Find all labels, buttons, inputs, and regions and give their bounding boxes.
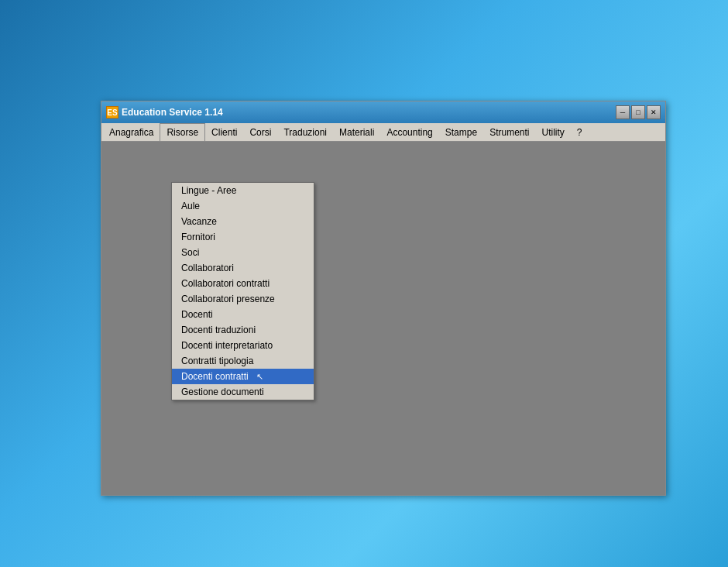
risorse-dropdown: Lingue - Aree Aule Vacanze Fornitori Soc… [171,182,314,400]
menu-anagrafica[interactable]: Anagrafica [103,123,160,141]
title-bar-buttons: ─ □ ✕ [616,105,661,119]
menu-risorse[interactable]: Risorse [160,123,205,141]
desktop: ES Education Service 1.14 ─ □ ✕ Anagrafi… [0,0,728,567]
dropdown-soci[interactable]: Soci [172,245,314,260]
menu-bar: Anagrafica Risorse Clienti Corsi Traduzi… [101,123,665,142]
application-window: ES Education Service 1.14 ─ □ ✕ Anagrafi… [101,101,666,496]
dropdown-lingue-aree[interactable]: Lingue - Aree [172,183,314,198]
dropdown-docenti-contratti[interactable]: Docenti contratti ↖ [172,369,314,384]
close-button[interactable]: ✕ [647,105,661,119]
dropdown-collaboratori[interactable]: Collaboratori [172,260,314,276]
menu-strumenti[interactable]: Strumenti [483,123,535,141]
dropdown-aule[interactable]: Aule [172,198,314,214]
dropdown-docenti-interpretariato[interactable]: Docenti interpretariato [172,338,314,353]
dropdown-contratti-tipologia[interactable]: Contratti tipologia [172,353,314,369]
dropdown-docenti[interactable]: Docenti [172,307,314,322]
minimize-button[interactable]: ─ [616,105,630,119]
dropdown-gestione-documenti[interactable]: Gestione documenti [172,384,314,400]
menu-traduzioni[interactable]: Traduzioni [277,123,333,141]
app-icon: ES [106,106,118,119]
menu-utility[interactable]: Utility [535,123,570,141]
window-title: Education Service 1.14 [122,107,613,118]
dropdown-collaboratori-contratti[interactable]: Collaboratori contratti [172,276,314,291]
menu-materiali[interactable]: Materiali [333,123,380,141]
maximize-button[interactable]: □ [631,105,645,119]
dropdown-collaboratori-presenze[interactable]: Collaboratori presenze [172,291,314,307]
dropdown-docenti-traduzioni[interactable]: Docenti traduzioni [172,322,314,338]
content-area: Lingue - Aree Aule Vacanze Fornitori Soc… [101,142,665,495]
menu-help[interactable]: ? [571,123,589,141]
menu-accounting[interactable]: Accounting [380,123,438,141]
menu-clienti[interactable]: Clienti [205,123,243,141]
dropdown-fornitori[interactable]: Fornitori [172,229,314,245]
dropdown-vacanze[interactable]: Vacanze [172,214,314,229]
menu-corsi[interactable]: Corsi [243,123,277,141]
title-bar: ES Education Service 1.14 ─ □ ✕ [101,101,665,123]
menu-stampe[interactable]: Stampe [439,123,483,141]
